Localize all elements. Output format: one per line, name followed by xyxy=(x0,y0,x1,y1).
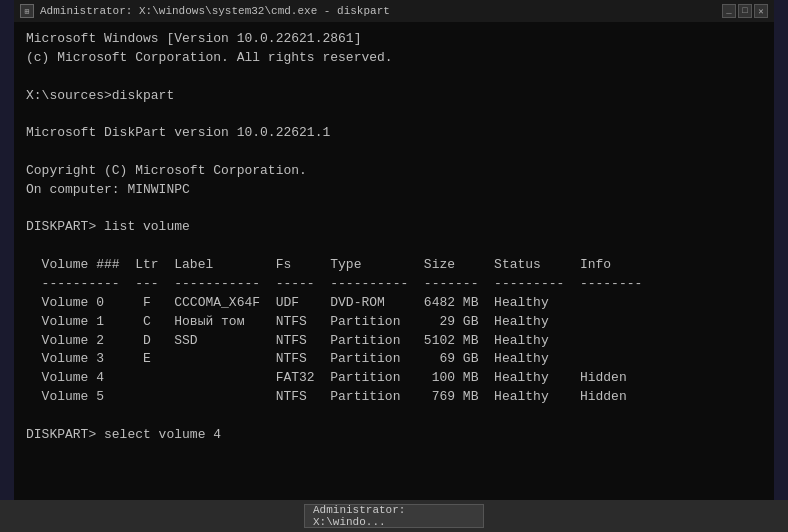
terminal-line: ---------- --- ----------- ----- -------… xyxy=(26,275,762,294)
terminal-line: DISKPART> list volume xyxy=(26,218,762,237)
terminal-line: Volume 4 FAT32 Partition 100 MB Healthy … xyxy=(26,369,762,388)
terminal-line: Volume 1 C Новый том NTFS Partition 29 G… xyxy=(26,313,762,332)
title-bar: ⊞ Administrator: X:\windows\system32\cmd… xyxy=(14,0,774,22)
minimize-button[interactable]: _ xyxy=(722,4,736,18)
terminal-line: (c) Microsoft Corporation. All rights re… xyxy=(26,49,762,68)
terminal-line: Volume ### Ltr Label Fs Type Size Status… xyxy=(26,256,762,275)
terminal-line xyxy=(26,407,762,426)
terminal-line xyxy=(26,105,762,124)
terminal-line xyxy=(26,237,762,256)
window: ⊞ Administrator: X:\windows\system32\cmd… xyxy=(14,0,774,500)
maximize-button[interactable]: □ xyxy=(738,4,752,18)
terminal-line: Volume 3 E NTFS Partition 69 GB Healthy xyxy=(26,350,762,369)
terminal-line: Microsoft DiskPart version 10.0.22621.1 xyxy=(26,124,762,143)
title-bar-icon: ⊞ xyxy=(20,4,34,18)
terminal-line xyxy=(26,143,762,162)
taskbar-item[interactable]: Administrator: X:\windo... xyxy=(304,504,484,528)
terminal-body: Microsoft Windows [Version 10.0.22621.28… xyxy=(14,22,774,500)
terminal-line: DISKPART> select volume 4 xyxy=(26,426,762,445)
terminal-line xyxy=(26,68,762,87)
terminal-line: Volume 0 F CCCOMA_X64F UDF DVD-ROM 6482 … xyxy=(26,294,762,313)
taskbar-item-label: Administrator: X:\windo... xyxy=(313,504,475,528)
terminal-line: Volume 2 D SSD NTFS Partition 5102 MB He… xyxy=(26,332,762,351)
terminal-line: X:\sources>diskpart xyxy=(26,87,762,106)
taskbar: Administrator: X:\windo... xyxy=(0,500,788,532)
terminal-line xyxy=(26,200,762,219)
terminal-line: Microsoft Windows [Version 10.0.22621.28… xyxy=(26,30,762,49)
window-container: Microsoft Windows [Version 10.0.22621.28… xyxy=(14,22,774,500)
terminal-line: Volume 5 NTFS Partition 769 MB Healthy H… xyxy=(26,388,762,407)
close-button[interactable]: ✕ xyxy=(754,4,768,18)
terminal-line: Copyright (C) Microsoft Corporation. xyxy=(26,162,762,181)
title-bar-text: Administrator: X:\windows\system32\cmd.e… xyxy=(40,5,722,17)
terminal-line: On computer: MINWINPC xyxy=(26,181,762,200)
